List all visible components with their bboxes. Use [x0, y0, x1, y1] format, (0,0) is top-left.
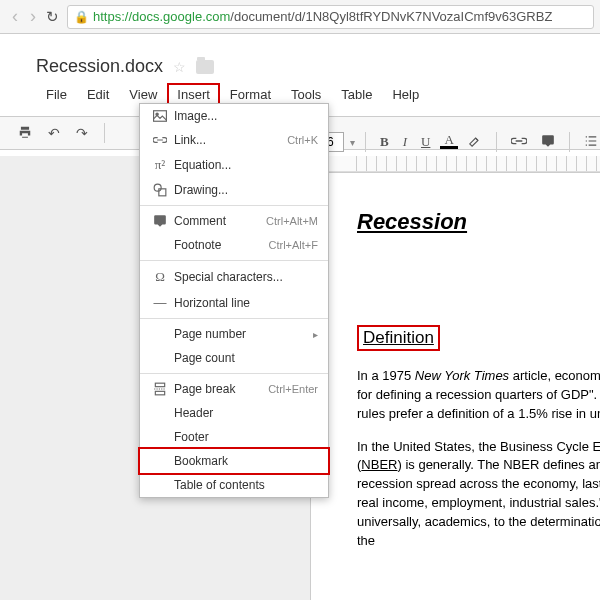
- browser-address-bar: ‹ › ↻ 🔒 https://docs.google.com/document…: [0, 0, 600, 34]
- hr-icon: ―: [150, 295, 170, 310]
- lock-icon: 🔒: [74, 10, 89, 24]
- menuitem-label: Table of contents: [170, 478, 318, 492]
- menu-file[interactable]: File: [36, 83, 77, 106]
- drawing-icon: [150, 183, 170, 197]
- reload-icon[interactable]: ↻: [42, 8, 67, 26]
- menu-help[interactable]: Help: [382, 83, 429, 106]
- shortcut: Ctrl+Alt+F: [268, 239, 318, 251]
- menu-edit[interactable]: Edit: [77, 83, 119, 106]
- separator: [140, 260, 328, 261]
- separator: [140, 205, 328, 206]
- url-text: https://docs.google.com/document/d/1N8Qy…: [93, 9, 552, 24]
- menuitem-special-characters[interactable]: ΩSpecial characters...: [140, 264, 328, 290]
- textcolor-button[interactable]: A: [440, 135, 457, 148]
- menuitem-label: Comment: [170, 214, 266, 228]
- bold-button[interactable]: B: [376, 134, 393, 150]
- url-field[interactable]: 🔒 https://docs.google.com/document/d/1N8…: [67, 5, 594, 29]
- insert-menu-dropdown: Image...Link...Ctrl+Kπ²Equation...Drawin…: [139, 103, 329, 498]
- paragraph-2: In the United States, the Business Cycle…: [357, 438, 600, 551]
- undo-icon[interactable]: ↶: [44, 125, 64, 141]
- doc-heading: Recession: [357, 209, 600, 235]
- menuitem-page-break[interactable]: Page breakCtrl+Enter: [140, 377, 328, 401]
- shortcut: Ctrl+K: [287, 134, 318, 146]
- menuitem-label: Horizontal line: [170, 296, 318, 310]
- pagebreak-icon: [150, 382, 170, 396]
- menuitem-equation[interactable]: π²Equation...: [140, 152, 328, 178]
- menuitem-image[interactable]: Image...: [140, 104, 328, 128]
- menuitem-label: Page number: [170, 327, 313, 341]
- comment-icon: [150, 214, 170, 228]
- menuitem-horizontal-line[interactable]: ―Horizontal line: [140, 290, 328, 315]
- menuitem-label: Bookmark: [170, 454, 318, 468]
- svg-rect-3: [154, 111, 167, 122]
- menu-table[interactable]: Table: [331, 83, 382, 106]
- menuitem-page-count[interactable]: Page count: [140, 346, 328, 370]
- document-page[interactable]: Recession Definition In a 1975 New York …: [310, 172, 600, 600]
- italic-button[interactable]: I: [399, 134, 411, 150]
- doc-title[interactable]: Recession.docx: [36, 56, 163, 77]
- print-icon[interactable]: [14, 125, 36, 142]
- shortcut: Ctrl+Enter: [268, 383, 318, 395]
- special-icon: Ω: [150, 269, 170, 285]
- toolbar-format: 16 ▾ B I U A: [310, 129, 600, 155]
- star-icon[interactable]: ☆: [173, 59, 186, 75]
- menuitem-footnote[interactable]: FootnoteCtrl+Alt+F: [140, 233, 328, 257]
- menuitem-drawing[interactable]: Drawing...: [140, 178, 328, 202]
- redo-icon[interactable]: ↷: [72, 125, 92, 141]
- chevron-right-icon: ▸: [313, 329, 318, 340]
- menuitem-label: Footer: [170, 430, 318, 444]
- shortcut: Ctrl+Alt+M: [266, 215, 318, 227]
- menuitem-table-of-contents[interactable]: Table of contents: [140, 473, 328, 497]
- menuitem-label: Page break: [170, 382, 268, 396]
- ruler: [310, 156, 600, 172]
- menuitem-label: Footnote: [170, 238, 268, 252]
- menuitem-link[interactable]: Link...Ctrl+K: [140, 128, 328, 152]
- menuitem-page-number[interactable]: Page number▸: [140, 322, 328, 346]
- svg-rect-8: [155, 391, 164, 395]
- equation-icon: π²: [150, 157, 170, 173]
- menuitem-footer[interactable]: Footer: [140, 425, 328, 449]
- link-icon[interactable]: [507, 135, 531, 150]
- chevron-down-icon[interactable]: ▾: [350, 137, 355, 148]
- back-icon[interactable]: ‹: [6, 6, 24, 27]
- menuitem-label: Page count: [170, 351, 318, 365]
- menuitem-bookmark[interactable]: Bookmark: [140, 449, 328, 473]
- paragraph-1: In a 1975 New York Times article, econom…: [357, 367, 600, 424]
- doc-header: Recession.docx ☆ FileEditViewInsertForma…: [0, 34, 600, 106]
- underline-button[interactable]: U: [417, 134, 434, 150]
- menuitem-header[interactable]: Header: [140, 401, 328, 425]
- link-icon: [150, 135, 170, 145]
- menuitem-label: Header: [170, 406, 318, 420]
- folder-icon[interactable]: [196, 60, 214, 74]
- svg-point-5: [154, 184, 161, 191]
- svg-rect-7: [155, 383, 164, 387]
- image-icon: [150, 110, 170, 122]
- menuitem-comment[interactable]: CommentCtrl+Alt+M: [140, 209, 328, 233]
- forward-icon[interactable]: ›: [24, 6, 42, 27]
- definition-heading: Definition: [357, 325, 440, 351]
- comment-icon[interactable]: [537, 134, 559, 151]
- numbered-list-icon[interactable]: [580, 134, 600, 151]
- menuitem-label: Link...: [170, 133, 287, 147]
- menuitem-label: Special characters...: [170, 270, 318, 284]
- menuitem-label: Drawing...: [170, 183, 318, 197]
- highlight-button[interactable]: [464, 134, 486, 151]
- separator: [140, 373, 328, 374]
- menuitem-label: Image...: [170, 109, 318, 123]
- menuitem-label: Equation...: [170, 158, 318, 172]
- separator: [140, 318, 328, 319]
